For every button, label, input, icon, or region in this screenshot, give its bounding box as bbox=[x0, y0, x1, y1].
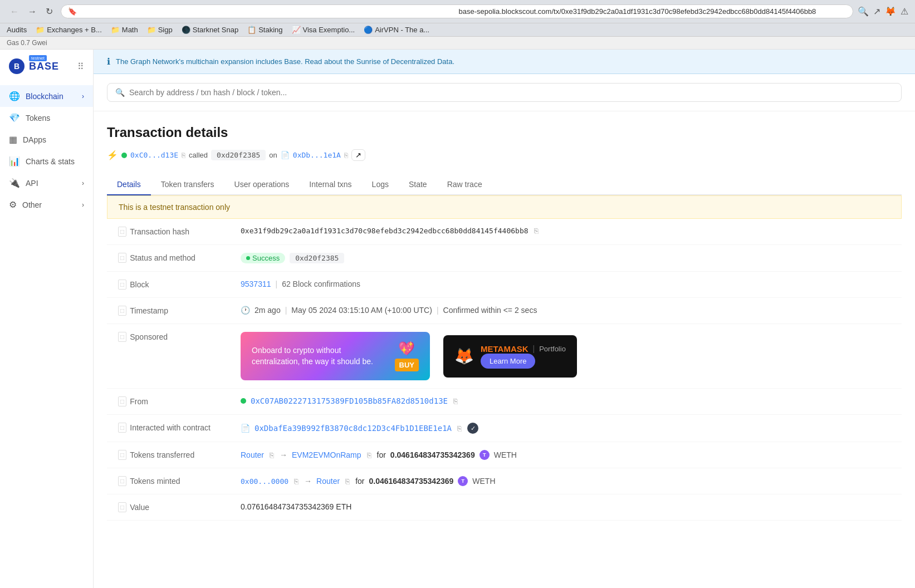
info-square-icon: □ bbox=[118, 253, 126, 263]
zero-address-link[interactable]: 0x00...0000 bbox=[241, 477, 288, 486]
bookmark-label: AirVPN - The a... bbox=[375, 26, 429, 34]
charts-icon: 📊 bbox=[9, 156, 20, 166]
tx-meta: ⚡ 0xC0...d13E ⎘ called 0xd20f2385 on 📄 0… bbox=[107, 149, 902, 161]
testnet-notice-text: This is a testnet transaction only bbox=[119, 203, 230, 212]
tx-contract-address[interactable]: 0xDb...1e1A bbox=[293, 151, 341, 159]
url-text[interactable]: base-sepolia.blockscout.com/tx/0xe31f9db… bbox=[459, 7, 847, 16]
copy-to-router[interactable]: ⎘ bbox=[366, 451, 373, 459]
tab-raw-trace[interactable]: Raw trace bbox=[437, 174, 492, 195]
copy-contract-button[interactable]: ⎘ bbox=[456, 424, 463, 433]
tx-hash-row: □ Transaction hash 0xe31f9db29c2a0a1df19… bbox=[107, 219, 902, 245]
grid-icon[interactable]: ⠿ bbox=[77, 61, 84, 72]
bookmark-starknet[interactable]: 🌑 Starknet Snap bbox=[182, 26, 238, 34]
copy-from-router[interactable]: ⎘ bbox=[268, 451, 275, 459]
sidebar-item-dapps[interactable]: ▦ DApps bbox=[0, 129, 93, 150]
page-body: Transaction details ⚡ 0xC0...d13E ⎘ call… bbox=[94, 111, 915, 534]
back-button[interactable]: ← bbox=[7, 5, 22, 18]
from-value: 0xC07AB0222713175389FD105Bb85FA82d8510d1… bbox=[241, 396, 890, 405]
tab-state[interactable]: State bbox=[399, 174, 437, 195]
search-box[interactable]: 🔍 bbox=[107, 83, 902, 102]
testnet-notice: This is a testnet transaction only bbox=[107, 195, 902, 219]
tab-internal-txns[interactable]: Internal txns bbox=[299, 174, 361, 195]
separator: | bbox=[276, 280, 278, 288]
verified-icon: ✓ bbox=[467, 423, 478, 434]
bookmark-staking[interactable]: 📋 Staking bbox=[247, 26, 282, 34]
label-text: Transaction hash bbox=[130, 227, 189, 236]
bookmark-airvpn[interactable]: 🔵 AirVPN - The a... bbox=[364, 26, 429, 34]
tx-from-address[interactable]: 0xC0...d13E bbox=[130, 151, 178, 159]
bookmark-exchanges[interactable]: 📁 Exchanges + B... bbox=[36, 26, 102, 34]
extensions-icon[interactable]: 🦊 bbox=[885, 6, 896, 17]
sidebar-item-tokens[interactable]: 💎 Tokens bbox=[0, 107, 93, 129]
clock-icon: 🕐 bbox=[241, 306, 250, 315]
block-number-link[interactable]: 9537311 bbox=[241, 280, 271, 288]
ad-visual: 💖 BUY bbox=[395, 341, 419, 371]
sender-status-dot bbox=[121, 153, 127, 158]
address-bar[interactable]: 🔖 base-sepolia.blockscout.com/tx/0xe31f9… bbox=[61, 4, 853, 18]
divider: | bbox=[533, 344, 535, 353]
sponsored-content: Onboard to crypto without centralization… bbox=[241, 332, 577, 380]
copy-zero-addr[interactable]: ⎘ bbox=[293, 477, 300, 486]
copy-mint-to[interactable]: ⎘ bbox=[344, 477, 351, 486]
tokens-icon: 💎 bbox=[9, 112, 20, 123]
testnet-badge: testnet bbox=[29, 55, 47, 61]
tab-token-transfers[interactable]: Token transfers bbox=[151, 174, 224, 195]
tokens-transferred-value: Router ⎘ → EVM2EVMOnRamp ⎘ for 0.0461648… bbox=[241, 450, 890, 460]
folder-icon: 📁 bbox=[36, 26, 45, 34]
sidebar-item-charts[interactable]: 📊 Charts & stats bbox=[0, 150, 93, 172]
bookmark-math[interactable]: 📁 Math bbox=[111, 26, 138, 34]
confirmations-text: 62 Block confirmations bbox=[282, 280, 360, 288]
search-icon[interactable]: 🔍 bbox=[858, 6, 869, 17]
logo-text: BASE bbox=[29, 61, 59, 72]
from-router-link[interactable]: Router bbox=[241, 450, 264, 459]
status-value: Success 0xd20f2385 bbox=[241, 253, 890, 263]
arrow-right-icon: → bbox=[304, 477, 312, 486]
bookmark-sigp[interactable]: 📁 Sigp bbox=[147, 26, 173, 34]
copy-icon[interactable]: ⎘ bbox=[344, 151, 348, 159]
sidebar-item-blockchain[interactable]: 🌐 Blockchain › bbox=[0, 85, 93, 107]
bookmark-visa[interactable]: 📈 Visa Exemptio... bbox=[292, 26, 355, 34]
label-text: Interacted with contract bbox=[130, 423, 211, 432]
bookmark-label: Exchanges + B... bbox=[47, 26, 102, 34]
relative-time: 2m ago bbox=[255, 306, 281, 315]
action-button[interactable]: ↗ bbox=[351, 149, 365, 161]
warning-icon[interactable]: ⚠ bbox=[901, 6, 908, 17]
copy-from-button[interactable]: ⎘ bbox=[452, 397, 459, 405]
status-label: □ Status and method bbox=[118, 253, 241, 263]
copy-icon[interactable]: ⎘ bbox=[182, 151, 185, 159]
eth-amount: 0.07616484734735342369 ETH bbox=[241, 502, 351, 511]
label-text: Sponsored bbox=[130, 332, 168, 341]
sidebar-item-other[interactable]: ⚙ Other › bbox=[0, 194, 93, 215]
dapps-icon: ▦ bbox=[9, 134, 17, 145]
status-text: Success bbox=[252, 254, 280, 262]
to-router-link[interactable]: EVM2EVMOnRamp bbox=[292, 450, 361, 459]
label-text: Status and method bbox=[130, 253, 195, 262]
search-input[interactable] bbox=[129, 88, 893, 97]
contract-address-link[interactable]: 0xDbafEa39B992fB3870c8dc12D3c4Fb1D1EBE1e… bbox=[255, 424, 452, 433]
absolute-time: May 05 2024 03:15:10 AM (+10:00 UTC) bbox=[291, 306, 432, 315]
block-value: 9537311 | 62 Block confirmations bbox=[241, 280, 890, 288]
sponsored-label: □ Sponsored bbox=[118, 332, 241, 342]
copy-hash-button[interactable]: ⎘ bbox=[533, 227, 540, 235]
tab-details[interactable]: Details bbox=[107, 174, 151, 195]
from-address-link[interactable]: 0xC07AB0222713175389FD105Bb85FA82d8510d1… bbox=[251, 396, 448, 405]
learn-more-button[interactable]: Learn More bbox=[481, 354, 535, 369]
tab-logs[interactable]: Logs bbox=[362, 174, 399, 195]
forward-button[interactable]: → bbox=[25, 5, 40, 18]
sidebar-item-api[interactable]: 🔌 API › bbox=[0, 172, 93, 194]
bookmark-audits[interactable]: Audits bbox=[7, 26, 27, 34]
tab-user-operations[interactable]: User operations bbox=[224, 174, 300, 195]
contract-icon: 📄 bbox=[241, 424, 250, 433]
metamask-label: METAMASK bbox=[481, 344, 529, 354]
folder-icon: 📁 bbox=[111, 26, 120, 34]
info-square-icon: □ bbox=[118, 476, 126, 486]
lightning-icon: ⚡ bbox=[107, 150, 118, 160]
browser-navigation[interactable]: ← → ↻ bbox=[7, 5, 56, 18]
interacted-with-row: □ Interacted with contract 📄 0xDbafEa39B… bbox=[107, 415, 902, 442]
share-icon[interactable]: ↗ bbox=[873, 6, 880, 17]
sidebar-label: Tokens bbox=[26, 114, 50, 122]
info-square-icon: □ bbox=[118, 450, 126, 460]
to-router-link[interactable]: Router bbox=[316, 477, 340, 486]
refresh-button[interactable]: ↻ bbox=[42, 5, 56, 18]
tokens-minted-value: 0x00...0000 ⎘ → Router ⎘ for 0.046164834… bbox=[241, 476, 890, 486]
